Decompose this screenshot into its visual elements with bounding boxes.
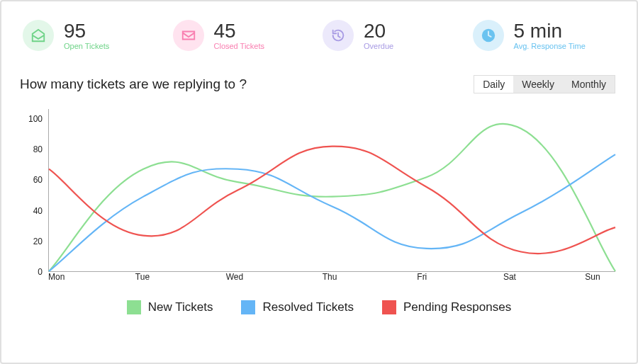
stat-overdue-value: 20 bbox=[364, 21, 393, 42]
x-axis: MonTueWedThuFriSatSun bbox=[48, 272, 615, 286]
legend-pending: Pending Responses bbox=[382, 300, 511, 314]
legend-new: New Tickets bbox=[127, 300, 213, 314]
plot bbox=[48, 109, 615, 272]
legend-new-label: New Tickets bbox=[148, 300, 213, 314]
refresh-clock-icon bbox=[323, 20, 354, 51]
stat-open-label: Open Tickets bbox=[64, 42, 109, 50]
stat-closed-tickets: 45 Closed Tickets bbox=[173, 20, 316, 51]
stat-avg-response: 5 min Avg. Response Time bbox=[473, 20, 616, 51]
legend-resolved-swatch bbox=[241, 300, 255, 314]
stat-avg-label: Avg. Response Time bbox=[514, 42, 586, 50]
y-tick: 40 bbox=[23, 206, 43, 216]
legend: New Tickets Resolved Tickets Pending Res… bbox=[1, 286, 637, 314]
toggle-weekly[interactable]: Weekly bbox=[513, 76, 563, 93]
clock-icon bbox=[473, 20, 504, 51]
toggle-daily[interactable]: Daily bbox=[474, 76, 513, 93]
stat-open-tickets: 95 Open Tickets bbox=[23, 20, 166, 51]
y-tick: 0 bbox=[23, 267, 43, 277]
toggle-monthly[interactable]: Monthly bbox=[563, 76, 615, 93]
x-tick: Fri bbox=[417, 272, 427, 286]
period-toggle: Daily Weekly Monthly bbox=[474, 75, 615, 93]
envelope-icon bbox=[173, 20, 204, 51]
chart-area: 020406080100 MonTueWedThuFriSatSun bbox=[23, 109, 615, 286]
legend-resolved: Resolved Tickets bbox=[241, 300, 354, 314]
stats-row: 95 Open Tickets 45 Closed Tickets 20 Ove… bbox=[1, 1, 637, 51]
stat-overdue-label: Overdue bbox=[364, 42, 393, 50]
legend-new-swatch bbox=[127, 300, 141, 314]
chart-title: How many tickets are we replying to ? bbox=[20, 76, 247, 92]
legend-pending-label: Pending Responses bbox=[403, 300, 511, 314]
chart-header: How many tickets are we replying to ? Da… bbox=[1, 51, 637, 93]
x-tick: Sat bbox=[503, 272, 516, 286]
y-tick: 100 bbox=[23, 114, 43, 124]
series-pending-responses bbox=[49, 147, 615, 254]
x-tick: Wed bbox=[226, 272, 243, 286]
stat-closed-label: Closed Tickets bbox=[214, 42, 265, 50]
x-tick: Tue bbox=[135, 272, 150, 286]
legend-pending-swatch bbox=[382, 300, 396, 314]
stat-avg-value: 5 min bbox=[514, 21, 586, 42]
x-tick: Sun bbox=[585, 272, 600, 286]
stat-closed-value: 45 bbox=[214, 21, 265, 42]
stat-overdue: 20 Overdue bbox=[323, 20, 466, 51]
x-tick: Mon bbox=[48, 272, 65, 286]
y-tick: 80 bbox=[23, 144, 43, 154]
y-tick: 60 bbox=[23, 175, 43, 185]
legend-resolved-label: Resolved Tickets bbox=[262, 300, 354, 314]
y-tick: 20 bbox=[23, 237, 43, 246]
x-tick: Thu bbox=[323, 272, 337, 286]
y-axis: 020406080100 bbox=[23, 109, 43, 272]
envelope-open-icon bbox=[23, 20, 54, 51]
stat-open-value: 95 bbox=[64, 21, 109, 42]
